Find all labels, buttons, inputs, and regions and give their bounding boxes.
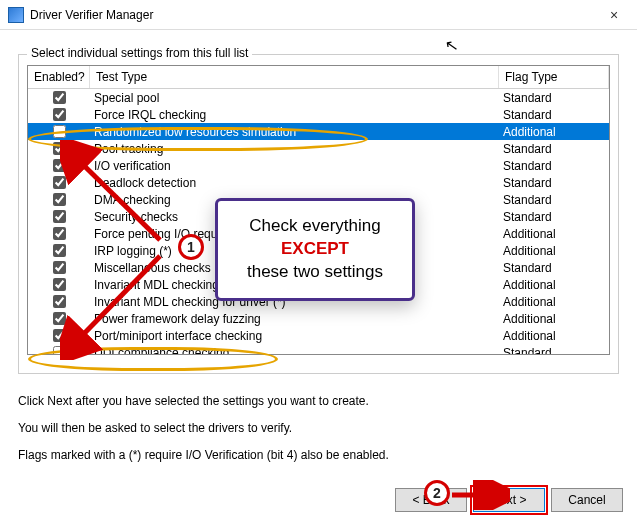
row-checkbox-cell [28,329,90,342]
enable-checkbox[interactable] [53,193,66,206]
row-checkbox-cell [28,346,90,355]
row-checkbox-cell [28,108,90,121]
row-test-type: Power framework delay fuzzing [90,312,499,326]
row-flag-type: Standard [499,159,609,173]
row-checkbox-cell [28,193,90,206]
row-test-type: Randomized low resources simulation [90,125,499,139]
table-row[interactable]: DDI compliance checkingStandard [28,344,609,355]
titlebar: Driver Verifier Manager × [0,0,637,30]
enable-checkbox[interactable] [53,261,66,274]
row-flag-type: Standard [499,142,609,156]
row-flag-type: Standard [499,346,609,356]
table-row[interactable]: Power framework delay fuzzingAdditional [28,310,609,327]
row-checkbox-cell [28,210,90,223]
header-flag-type[interactable]: Flag Type [499,66,609,88]
list-header-row: Enabled? Test Type Flag Type [28,66,609,89]
table-row[interactable]: Randomized low resources simulationAddit… [28,123,609,140]
groupbox-label: Select individual settings from this ful… [27,46,252,60]
header-test-type[interactable]: Test Type [90,66,499,88]
row-test-type: Special pool [90,91,499,105]
row-flag-type: Additional [499,244,609,258]
table-row[interactable]: Force IRQL checkingStandard [28,106,609,123]
row-checkbox-cell [28,91,90,104]
header-enabled[interactable]: Enabled? [28,66,90,88]
enable-checkbox[interactable] [53,346,66,355]
row-flag-type: Standard [499,261,609,275]
table-row[interactable]: I/O verificationStandard [28,157,609,174]
enable-checkbox[interactable] [53,244,66,257]
row-flag-type: Additional [499,227,609,241]
row-flag-type: Additional [499,295,609,309]
enable-checkbox[interactable] [53,227,66,240]
window-title: Driver Verifier Manager [30,8,153,22]
row-flag-type: Standard [499,193,609,207]
instruction-line: You will then be asked to select the dri… [18,417,619,440]
table-row[interactable]: Pool trackingStandard [28,140,609,157]
row-checkbox-cell [28,125,90,138]
row-checkbox-cell [28,261,90,274]
row-test-type: Port/miniport interface checking [90,329,499,343]
row-flag-type: Standard [499,91,609,105]
annotation-callout: Check everything EXCEPT these two settin… [215,198,415,301]
enable-checkbox[interactable] [53,295,66,308]
callout-text-except: EXCEPT [281,239,349,258]
row-test-type: Deadlock detection [90,176,499,190]
app-icon [8,7,24,23]
row-flag-type: Standard [499,210,609,224]
cancel-button[interactable]: Cancel [551,488,623,512]
row-checkbox-cell [28,227,90,240]
row-checkbox-cell [28,176,90,189]
row-flag-type: Additional [499,125,609,139]
enable-checkbox[interactable] [53,329,66,342]
enable-checkbox[interactable] [53,91,66,104]
row-flag-type: Standard [499,176,609,190]
row-checkbox-cell [28,244,90,257]
row-test-type: Force IRQL checking [90,108,499,122]
annotation-marker-1: 1 [178,234,204,260]
row-flag-type: Additional [499,329,609,343]
table-row[interactable]: Deadlock detectionStandard [28,174,609,191]
table-row[interactable]: Port/miniport interface checkingAddition… [28,327,609,344]
annotation-marker-2: 2 [424,480,450,506]
enable-checkbox[interactable] [53,125,66,138]
next-button[interactable]: Next > [473,488,545,512]
enable-checkbox[interactable] [53,142,66,155]
enable-checkbox[interactable] [53,159,66,172]
enable-checkbox[interactable] [53,278,66,291]
row-checkbox-cell [28,159,90,172]
row-checkbox-cell [28,278,90,291]
row-checkbox-cell [28,312,90,325]
enable-checkbox[interactable] [53,176,66,189]
callout-text-pre: Check everything [249,216,380,235]
enable-checkbox[interactable] [53,210,66,223]
callout-text-post: these two settings [247,262,383,281]
table-row[interactable]: Special poolStandard [28,89,609,106]
row-test-type: Pool tracking [90,142,499,156]
row-flag-type: Standard [499,108,609,122]
row-test-type: I/O verification [90,159,499,173]
enable-checkbox[interactable] [53,312,66,325]
row-flag-type: Additional [499,312,609,326]
instruction-line: Flags marked with a (*) require I/O Veri… [18,444,619,467]
instructions-block: Click Next after you have selected the s… [18,390,619,466]
close-button[interactable]: × [591,0,637,30]
row-checkbox-cell [28,295,90,308]
instruction-line: Click Next after you have selected the s… [18,390,619,413]
row-test-type: DDI compliance checking [90,346,499,356]
row-checkbox-cell [28,142,90,155]
row-flag-type: Additional [499,278,609,292]
enable-checkbox[interactable] [53,108,66,121]
